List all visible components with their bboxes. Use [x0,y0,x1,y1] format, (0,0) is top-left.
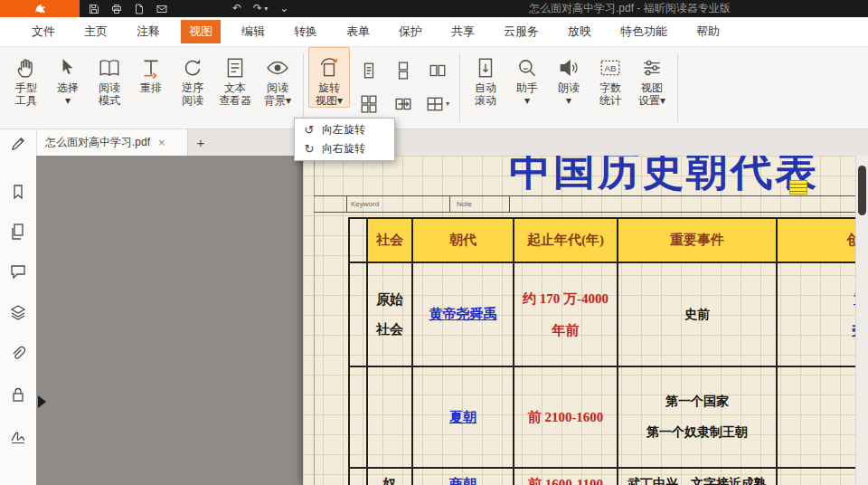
continuous-pages-icon [394,62,412,80]
assistant-button[interactable]: 助手 ▾ [506,47,548,108]
auto-scroll-button[interactable]: 自动 滚动 [465,47,506,108]
tab-close-button[interactable]: × [158,136,165,149]
select-dropdown-arrow-icon: ▾ [65,94,71,107]
bookmark-icon [9,183,27,201]
continuous-view-button[interactable] [390,55,417,85]
attachments-panel-button[interactable] [8,344,28,364]
auto-scroll-icon [474,54,497,81]
eye-icon [266,54,289,81]
foxit-logo[interactable] [0,0,80,17]
undo-button[interactable]: ↶ [232,0,241,17]
menu-help[interactable]: 帮助 [688,20,728,43]
text-viewer-button[interactable]: 文本 查看器 [213,47,257,108]
sidebar-expander-arrow[interactable] [38,395,46,408]
header-founder: 创建人 [778,219,868,262]
menu-protect[interactable]: 保护 [391,20,430,43]
facing-continuous-view-button[interactable] [355,89,382,119]
scrollbar-thumb[interactable] [858,166,866,215]
menu-file[interactable]: 文件 [24,20,63,43]
quick-access-toolbar: ↶ ↷ ▾ ⌄ [89,0,288,17]
single-page-view-button[interactable] [355,55,382,85]
menu-comment[interactable]: 注释 [128,20,168,43]
society-text: 社会 [376,321,403,338]
document-viewport[interactable]: 中国历史朝代表 Keyword Note 社会 朝代 起止年代(年) 重要事件 … [36,156,868,485]
sliders-icon [640,54,664,81]
pdf-page[interactable]: 中国历史朝代表 Keyword Note 社会 朝代 起止年代(年) 重要事件 … [303,156,868,485]
reverse-facing-icon [394,95,412,113]
select-cursor-icon [56,54,80,81]
chevron-down-icon: ⌄ [279,0,288,17]
header-margin-cell [350,219,368,262]
paperclip-icon [9,345,27,363]
book-icon [98,54,121,81]
mail-button[interactable] [156,4,167,14]
signature-panel-button[interactable] [8,426,28,446]
read-background-button[interactable]: 阅读 背景▾ [257,47,298,108]
select-tool-button[interactable]: 选择 ▾ [47,47,89,108]
reverse-facing-view-button[interactable] [390,89,417,119]
cell-period: 前 2100-1600 [514,367,618,467]
split-dropdown-arrow-icon: ▾ [446,100,449,108]
reflow-button[interactable]: 重排 [130,47,172,95]
new-tab-button[interactable]: + [188,129,213,156]
menu-share[interactable]: 共享 [443,20,483,43]
customize-toolbar-button[interactable]: ⌄ [279,0,288,17]
menu-cloud[interactable]: 云服务 [495,20,547,43]
text-viewer-label-2: 查看器 [219,94,251,107]
single-page-icon [360,62,378,80]
read-aloud-button[interactable]: 朗读 ▾ [548,47,590,108]
rotate-view-button[interactable]: 旋转 视图▾ [308,47,350,108]
menu-home[interactable]: 主页 [76,20,116,43]
split-view-button[interactable]: ▾ [424,89,451,119]
word-count-icon: AB [599,54,622,81]
menu-convert[interactable]: 转换 [286,20,326,43]
word-count-label: 字数 [599,81,621,94]
menu-view[interactable]: 视图 [181,20,221,43]
facing-view-button[interactable] [424,55,451,85]
document-tab-label: 怎么面对高中学习.pdf [45,135,150,150]
redo-button[interactable]: ↷ ▾ [253,0,268,17]
read-mode-button[interactable]: 阅读 模式 [89,47,130,108]
header-period: 起止年代(年) [514,219,618,262]
cell-dynasty: 商朝 [413,469,514,485]
cell-founder: 启 [778,367,868,467]
history-table: 社会 朝代 起止年代(年) 重要事件 创建人 原始 社会 黄帝尧舜禹 约 170… [348,217,868,485]
dynasty-link[interactable]: 黄帝尧舜禹 [429,306,497,323]
sticky-note-icon[interactable] [789,180,807,195]
strip-divider [509,196,510,212]
undo-icon: ↶ [232,0,241,17]
facing-continuous-icon [360,95,378,113]
auto-scroll-label-2: 滚动 [475,94,496,107]
header-events: 重要事件 [618,219,778,262]
table-row: 夏朝 前 2100-1600 第一个国家 第一个奴隶制王朝 启 [350,367,868,469]
bookmarks-panel-button[interactable] [8,182,28,202]
print-button[interactable] [111,4,122,14]
pages-panel-button[interactable] [8,222,28,242]
menu-edit[interactable]: 编辑 [233,20,273,43]
hand-tool-button[interactable]: 手型 工具 [5,47,47,108]
document-tab[interactable]: 怎么面对高中学习.pdf × [36,129,188,156]
group-divider [677,53,678,122]
comments-panel-button[interactable] [8,262,28,281]
event-text: 第一个国家 [665,394,729,410]
menu-presentation[interactable]: 放映 [560,20,599,43]
reverse-read-button[interactable]: 逆序 阅读 [172,47,213,108]
view-settings-button[interactable]: 视图 设置▾ [631,47,673,108]
dynasty-link[interactable]: 商朝 [449,476,476,485]
dynasty-link[interactable]: 夏朝 [449,409,476,426]
read-aloud-dropdown-arrow-icon: ▾ [566,94,571,107]
security-panel-button[interactable] [8,385,28,404]
layers-panel-button[interactable] [8,302,28,322]
menu-item-rotate-left[interactable]: ↺ 向左旋转 [295,120,394,139]
menu-item-rotate-right[interactable]: ↻ 向右旋转 [295,139,394,158]
word-count-button[interactable]: AB 字数 统计 [590,47,631,108]
vertical-scrollbar[interactable] [855,156,868,485]
read-mode-label: 阅读 [99,81,120,94]
annotate-panel-button[interactable] [8,134,28,154]
document-button[interactable] [134,4,145,14]
menu-form[interactable]: 表单 [338,20,378,43]
menu-features[interactable]: 特色功能 [612,20,675,43]
read-aloud-label: 朗读 [558,81,580,94]
rotate-view-menu: ↺ 向左旋转 ↻ 向右旋转 [294,118,395,161]
save-button[interactable] [89,4,99,14]
